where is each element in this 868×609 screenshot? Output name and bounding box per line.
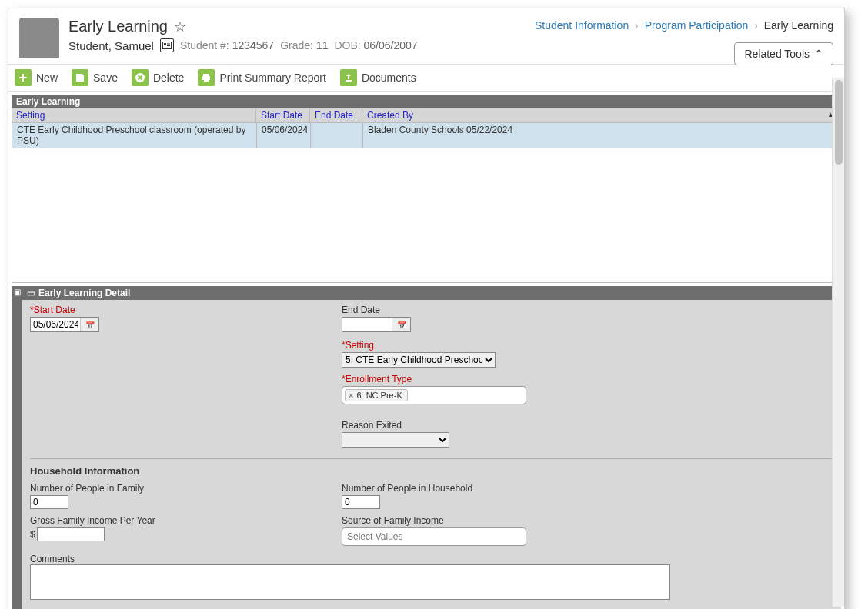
student-number-label: Student #:	[180, 39, 229, 52]
svg-rect-3	[167, 44, 170, 45]
gross-income-label: Gross Family Income Per Year	[30, 515, 295, 526]
calendar-icon[interactable]: 📅	[392, 318, 410, 331]
documents-button[interactable]: Documents	[340, 69, 416, 86]
related-tools-label: Related Tools	[744, 48, 810, 60]
svg-point-0	[30, 22, 48, 41]
breadcrumb-current: Early Learning	[764, 19, 833, 32]
col-header-end[interactable]: End Date	[310, 108, 362, 122]
detail-title: Early Learning Detail	[38, 288, 130, 298]
upload-icon	[340, 69, 357, 86]
num-household-label: Number of People in Household	[342, 483, 607, 494]
gross-income-input[interactable]	[37, 527, 105, 541]
num-family-input[interactable]	[30, 495, 68, 509]
detail-panel: ▣ ▭ Early Learning Detail Start Date 📅	[12, 286, 841, 609]
source-income-select[interactable]: Select Values	[342, 527, 526, 546]
start-date-input[interactable]	[31, 318, 80, 331]
grid-title: Early Learning	[12, 95, 841, 108]
page-header: Early Learning ☆ Student, Samuel Student…	[8, 8, 844, 65]
cell-setting: CTE Early Childhood Preschool classroom …	[12, 123, 257, 148]
printer-icon	[198, 69, 215, 86]
dob-value: 06/06/2007	[364, 39, 418, 52]
print-summary-button[interactable]: Print Summary Report	[198, 69, 326, 86]
cell-start: 05/06/2024	[257, 123, 311, 148]
start-date-label: Start Date	[30, 304, 295, 315]
grade-value: 11	[316, 39, 329, 52]
remove-tag-icon[interactable]: ×	[349, 391, 353, 400]
currency-symbol: $	[30, 529, 35, 540]
col-header-start[interactable]: Start Date	[256, 108, 310, 122]
setting-select[interactable]: 5: CTE Early Childhood Preschool cla	[342, 352, 496, 368]
new-button[interactable]: New	[15, 69, 58, 86]
delete-icon	[132, 69, 149, 86]
cell-created: Bladen County Schools 05/22/2024	[363, 123, 840, 148]
id-card-icon[interactable]	[160, 38, 174, 52]
scrollbar-thumb[interactable]	[835, 80, 843, 165]
table-row[interactable]: CTE Early Childhood Preschool classroom …	[12, 123, 840, 148]
avatar	[19, 18, 59, 58]
grid-panel: Early Learning Setting Start Date End Da…	[12, 95, 841, 283]
student-name: Student, Samuel	[68, 39, 154, 52]
grid-header-row: Setting Start Date End Date Created By	[12, 108, 841, 123]
plus-icon	[15, 69, 32, 86]
comments-textarea[interactable]	[30, 564, 670, 600]
app-window: Early Learning ☆ Student, Samuel Student…	[8, 8, 845, 609]
related-tools-button[interactable]: Related Tools ⌃	[734, 42, 833, 65]
delete-button[interactable]: Delete	[132, 69, 184, 86]
student-number: 1234567	[232, 39, 275, 52]
svg-rect-8	[204, 79, 209, 82]
scrollbar[interactable]	[832, 78, 844, 607]
svg-rect-2	[164, 43, 166, 45]
start-date-field[interactable]: 📅	[30, 317, 99, 332]
grid-body[interactable]: CTE Early Childhood Preschool classroom …	[12, 123, 841, 283]
expand-dock-icon[interactable]: ▣	[12, 286, 22, 609]
enrollment-type-field[interactable]: × 6: NC Pre-K	[342, 386, 526, 404]
reason-exited-label: Reason Exited	[342, 420, 607, 431]
household-section-title: Household Information	[30, 465, 833, 477]
enrollment-type-tag[interactable]: × 6: NC Pre-K	[345, 389, 408, 401]
breadcrumb-student-info[interactable]: Student Information	[535, 19, 629, 32]
breadcrumb: Student Information › Program Participat…	[535, 19, 833, 32]
enrollment-type-label: Enrollment Type	[342, 374, 607, 384]
grade-label: Grade:	[280, 39, 313, 52]
favorite-star-icon[interactable]: ☆	[174, 18, 186, 35]
comments-label: Comments	[30, 554, 75, 564]
dob-label: DOB:	[334, 39, 360, 52]
page-title: Early Learning	[68, 18, 168, 35]
svg-rect-6	[203, 74, 209, 76]
end-date-label: End Date	[342, 304, 607, 315]
divider	[30, 458, 833, 459]
chevron-up-icon: ⌃	[814, 48, 823, 60]
setting-label: Setting	[342, 340, 607, 351]
chevron-right-icon: ›	[751, 19, 761, 32]
toolbar: New Save Delete Print Summary Report Doc…	[8, 65, 844, 92]
source-income-label: Source of Family Income	[342, 515, 607, 526]
cell-end	[311, 123, 363, 148]
calendar-icon[interactable]: 📅	[80, 318, 98, 331]
svg-rect-4	[167, 45, 170, 46]
end-date-field[interactable]: 📅	[342, 317, 411, 332]
reason-exited-select[interactable]	[342, 432, 449, 448]
save-icon	[72, 69, 88, 86]
save-button[interactable]: Save	[72, 69, 118, 86]
end-date-input[interactable]	[342, 318, 392, 331]
breadcrumb-program-participation[interactable]: Program Participation	[645, 19, 749, 32]
num-household-input[interactable]	[342, 495, 380, 509]
col-header-created[interactable]: Created By	[362, 108, 841, 122]
num-family-label: Number of People in Family	[30, 483, 295, 494]
chevron-right-icon: ›	[632, 19, 642, 32]
collapse-icon[interactable]: ▭	[27, 288, 35, 298]
col-header-setting[interactable]: Setting	[12, 108, 256, 122]
